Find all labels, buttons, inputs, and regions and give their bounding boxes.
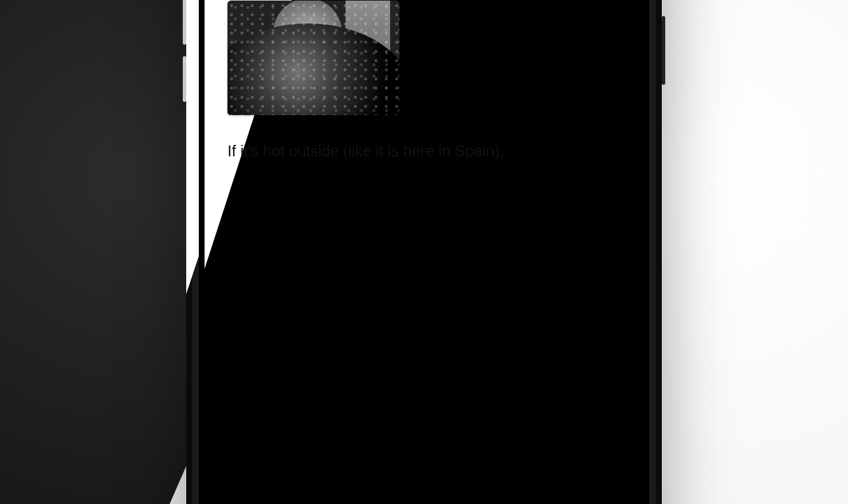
phone-mockup: 9:41 Blog xyxy=(186,0,662,504)
viewport: 9:41 Blog xyxy=(0,0,848,504)
volume-down xyxy=(183,56,186,102)
note-content: # Green Salad With Roasted Walnuts, Goat… xyxy=(205,0,643,504)
note-body[interactable]: If it's hot outside (like it is here in … xyxy=(227,140,621,163)
screen: 9:41 Blog xyxy=(205,0,643,504)
volume-up xyxy=(183,0,186,45)
note-image[interactable] xyxy=(227,1,399,115)
power-button xyxy=(662,16,665,85)
image-detail-texture xyxy=(227,1,399,115)
